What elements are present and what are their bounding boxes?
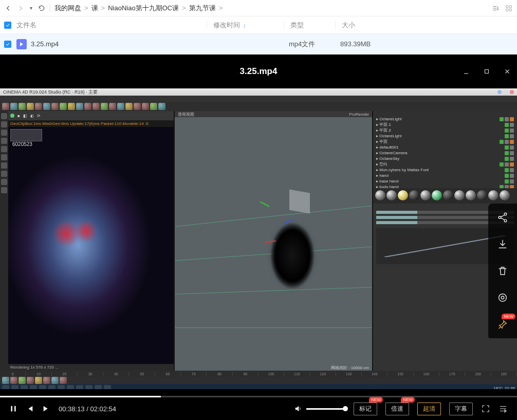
row-checkbox[interactable] (4, 41, 11, 48)
volume-icon[interactable] (294, 405, 302, 413)
timeline-frame: 180 (465, 372, 491, 376)
sort-list-icon[interactable] (491, 4, 500, 12)
watermark-text: 6020523 (12, 141, 32, 147)
file-type: mp4文件 (283, 40, 334, 49)
svg-rect-11 (14, 406, 16, 412)
c4d-title-text: CINEMA 4D R19.024 Studio (RC · R19) · 主要 (3, 89, 98, 96)
download-icon[interactable] (496, 238, 509, 251)
render-footer-text: Rendering 1x 576 x 720 ... (8, 364, 174, 371)
volume-control[interactable] (294, 405, 345, 413)
settings-icon[interactable] (496, 291, 509, 304)
file-table-header: 文件名 修改时间 ↓ 类型 大小 (0, 16, 517, 34)
object-tree-item: ▸ OctaneSky (376, 156, 514, 161)
timeline-frame: 10 (26, 372, 51, 376)
new-badge: NEW (401, 397, 415, 403)
maximize-icon[interactable] (482, 67, 491, 76)
pin-icon[interactable]: NEW (496, 318, 509, 331)
timeline-frame: 50 (129, 372, 155, 376)
object-tree-item: ▸ OctaneCamera (376, 150, 514, 156)
timeline-frame: 170 (439, 372, 465, 376)
octane-render-view: ■◧◐⟳ GeoClipBox:1ms MeshGen:0ms Update:1… (8, 111, 174, 371)
grid-view-icon[interactable] (505, 4, 513, 12)
object-tree-item: ▸ 平面.1 (376, 122, 514, 127)
windows-taskbar: 18°C 21:35 (0, 384, 517, 389)
video-player-window: 3.25.mp4 CINEMA 4D R19.024 Studio (RC · … (0, 54, 517, 420)
timeline-frame: 140 (362, 372, 387, 376)
new-badge: NEW (369, 397, 383, 403)
object-tree-item: ▸ body hand (376, 184, 514, 188)
play-pause-button[interactable] (9, 404, 17, 413)
timeline-frame: 110 (284, 372, 310, 376)
timeline-frame: 80 (207, 372, 232, 376)
next-track-button[interactable] (42, 405, 50, 413)
material-shelf (373, 188, 517, 204)
nav-forward-icon[interactable] (16, 4, 25, 12)
select-all-checkbox[interactable] (4, 22, 11, 29)
nav-back-icon[interactable] (4, 4, 12, 12)
timeline-frame: 130 (336, 372, 362, 376)
refresh-icon[interactable] (38, 4, 46, 12)
subtitle-label: 字幕 (455, 405, 467, 412)
svg-rect-2 (506, 9, 508, 11)
c4d-toolbar (0, 102, 517, 111)
subtitle-button[interactable]: 字幕 (449, 403, 473, 415)
viewport-grid-label: 网格间距 : 10000 cm (331, 365, 369, 371)
new-badge: NEW (502, 314, 515, 319)
timeline-frame: 0 (0, 372, 26, 376)
fullscreen-button[interactable] (481, 404, 490, 413)
breadcrumb-item[interactable]: 我的网盘 (54, 4, 81, 13)
viewport-label-left: 透视视图 (178, 112, 194, 117)
timeline-frame: 20 (52, 372, 78, 376)
timeline-frame: 30 (78, 372, 103, 376)
breadcrumb-item[interactable]: 课 (91, 4, 98, 13)
delete-icon[interactable] (496, 264, 509, 278)
speed-button[interactable]: NEW 倍速 (385, 403, 409, 415)
object-tree-item: ▸ Mon.cybers by Matias Font (376, 167, 514, 173)
svg-rect-0 (506, 5, 508, 7)
breadcrumb: 我的网盘> 课> NiaoNiao第十九期OC课> 第九节课> (54, 4, 223, 13)
object-tree-item: ▸ 平面.2 (376, 127, 514, 133)
object-tree-item: ▸ hand (376, 173, 514, 178)
time-current: 00:38:13 (59, 405, 85, 413)
time-display: 00:38:13 / 02:02:54 (59, 405, 116, 413)
viewport-label-right: ProRender (349, 112, 369, 117)
mark-label: 标记 (359, 405, 372, 412)
file-row[interactable]: 3.25.mp4 mp4文件 893.39MB (0, 34, 517, 54)
volume-slider[interactable] (306, 408, 345, 410)
c4d-window-titlebar: CINEMA 4D R19.024 Studio (RC · R19) · 主要 (0, 88, 517, 96)
col-header-name[interactable]: 文件名 (16, 21, 207, 30)
history-dropdown-icon[interactable]: ▾ (29, 5, 33, 11)
breadcrumb-item[interactable]: NiaoNiao第十九期OC课 (108, 4, 179, 13)
video-file-icon (16, 39, 27, 49)
file-name: 3.25.mp4 (31, 40, 206, 48)
svg-point-5 (504, 213, 507, 215)
gizmo-y-icon (260, 202, 270, 207)
mark-button[interactable]: NEW 标记 (354, 403, 377, 415)
svg-rect-10 (11, 406, 12, 412)
col-header-type[interactable]: 类型 (284, 21, 335, 30)
c4d-left-toolbar (0, 111, 8, 371)
playlist-button[interactable] (498, 404, 508, 413)
col-header-mtime[interactable]: 修改时间 ↓ (207, 21, 284, 30)
breadcrumb-item[interactable]: 第九节课 (189, 4, 216, 13)
player-side-toolbar: NEW (488, 204, 517, 338)
timeline-frame: 185 (491, 372, 517, 376)
svg-point-8 (499, 294, 507, 302)
close-icon[interactable] (503, 67, 512, 76)
svg-point-7 (504, 220, 507, 222)
svg-rect-3 (509, 9, 511, 11)
taskbar-weather: 18°C (493, 386, 503, 390)
share-icon[interactable] (496, 211, 509, 224)
minimize-icon[interactable] (461, 67, 471, 76)
file-browser-toolbar: ▾ 我的网盘> 课> NiaoNiao第十九期OC课> 第九节课> (0, 0, 517, 16)
prev-track-button[interactable] (26, 405, 34, 413)
render-preview-image: 6020523 (8, 127, 174, 364)
viewport-model (269, 221, 316, 298)
col-header-size[interactable]: 大小 (335, 21, 386, 30)
timeline-frame: 120 (310, 372, 336, 376)
quality-button[interactable]: 超清 (417, 403, 441, 415)
svg-rect-4 (485, 70, 489, 74)
timeline-frame: 90 (233, 372, 258, 376)
time-total: 02:02:54 (90, 405, 116, 413)
video-frame[interactable]: CINEMA 4D R19.024 Studio (RC · R19) · 主要… (0, 88, 517, 389)
